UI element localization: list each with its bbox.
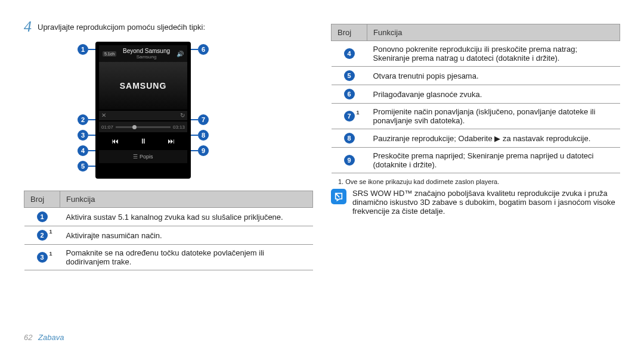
row-number: 4 — [344, 48, 355, 59]
page-number: 62 — [24, 333, 32, 342]
row-desc: Aktivirajte nasumičan način. — [60, 226, 313, 245]
info-note: SRS WOW HD™ značajno poboljšava kvalitet… — [331, 189, 620, 216]
th-number: Broj — [24, 191, 60, 208]
step-text: Upravljajte reprodukcijom pomoću sljedeć… — [38, 23, 205, 32]
th-function: Funkcija — [60, 191, 313, 208]
note-text: SRS WOW HD™ značajno poboljšava kvalitet… — [352, 189, 620, 216]
row-desc: Promijenite način ponavljanja (isključen… — [367, 104, 620, 129]
callout-4: 4 — [78, 145, 88, 156]
callout-9: 9 — [198, 145, 209, 156]
th-number: Broj — [332, 24, 367, 41]
time-total: 03:13 — [173, 124, 185, 130]
shuffle-icon: ✕ — [101, 112, 106, 119]
callout-7: 7 — [198, 114, 209, 125]
row-number: 8 — [344, 133, 355, 144]
prev-icon: ⏮ — [112, 137, 119, 145]
callout-1: 1 — [78, 44, 88, 55]
row-desc: Preskočite prema naprijed; Skeniranje pr… — [367, 148, 620, 173]
phone-mock: 5.1ch Beyond Samsung Samsung 🔊 SAMSUNG ✕… — [95, 42, 191, 179]
row-number: 2 — [37, 230, 48, 241]
pause-icon: ⏸ — [140, 137, 147, 145]
album-art: SAMSUNG — [99, 62, 187, 110]
phone-illustration: 1 2 3 4 5 6 7 8 9 5.1ch — [48, 42, 250, 185]
callout-3: 3 — [78, 130, 88, 141]
row-number: 3 — [37, 252, 48, 263]
row-desc: Otvara trenutni popis pjesama. — [367, 67, 620, 85]
callout-5: 5 — [78, 161, 88, 172]
surround-badge: 5.1ch — [103, 51, 116, 57]
table-row: 5 Otvara trenutni popis pjesama. — [332, 67, 620, 85]
row-desc: Pauziranje reprodukcije; Odaberite ▶ za … — [367, 129, 620, 148]
row-number: 6 — [344, 89, 355, 99]
callout-6: 6 — [198, 44, 209, 55]
volume-icon: 🔊 — [177, 51, 184, 57]
shuffle-repeat-bar: ✕ ↻ — [99, 111, 187, 120]
table-row: 6 Prilagođavanje glasnoće zvuka. — [332, 85, 620, 104]
page-footer: 62 Zabava — [24, 333, 64, 342]
track-subtitle: Samsung — [116, 54, 177, 60]
row-number: 1 — [37, 211, 48, 222]
function-table-left: Broj Funkcija 1 Aktivira sustav 5.1 kana… — [24, 191, 313, 270]
row-desc: Prilagođavanje glasnoće zvuka. — [367, 85, 620, 104]
table-row: 7 Promijenite način ponavljanja (isključ… — [332, 104, 620, 129]
table-row: 1 Aktivira sustav 5.1 kanalnog zvuka kad… — [24, 208, 313, 226]
function-table-right: Broj Funkcija 4 Ponovno pokrenite reprod… — [331, 24, 620, 173]
row-desc: Pomaknite se na određenu točku datoteke … — [60, 245, 313, 270]
footnote: 1. Ove se ikone prikazuju kad dodirnete … — [338, 178, 620, 185]
progress-bar: 01:07 03:13 — [99, 121, 187, 132]
playlist-button: ☰ Popis — [99, 150, 187, 163]
table-row: 2 Aktivirajte nasumičan način. — [24, 226, 313, 245]
section-name: Zabava — [38, 333, 64, 342]
row-number: 7 — [344, 111, 355, 121]
row-desc: Aktivira sustav 5.1 kanalnog zvuka kad s… — [60, 208, 313, 226]
table-row: 9 Preskočite prema naprijed; Skeniranje … — [332, 148, 620, 173]
time-elapsed: 01:07 — [101, 124, 113, 130]
row-number: 9 — [344, 155, 355, 166]
note-icon — [331, 189, 346, 204]
table-row: 4 Ponovno pokrenite reprodukciju ili pre… — [332, 41, 620, 67]
callout-8: 8 — [198, 130, 209, 141]
track-title: Beyond Samsung — [116, 48, 177, 54]
table-row: 3 Pomaknite se na određenu točku datotek… — [24, 245, 313, 270]
step-instruction: 4 Upravljajte reprodukcijom pomoću sljed… — [24, 18, 313, 36]
step-number: 4 — [24, 18, 32, 36]
repeat-icon: ↻ — [180, 112, 185, 119]
table-row: 8 Pauziranje reprodukcije; Odaberite ▶ z… — [332, 129, 620, 148]
row-desc: Ponovno pokrenite reprodukciju ili presk… — [367, 41, 620, 67]
next-icon: ⏭ — [168, 137, 175, 145]
row-number: 5 — [344, 70, 355, 81]
playback-controls: ⏮ ⏸ ⏭ — [99, 132, 187, 150]
th-function: Funkcija — [367, 24, 620, 41]
callout-2: 2 — [78, 114, 88, 125]
